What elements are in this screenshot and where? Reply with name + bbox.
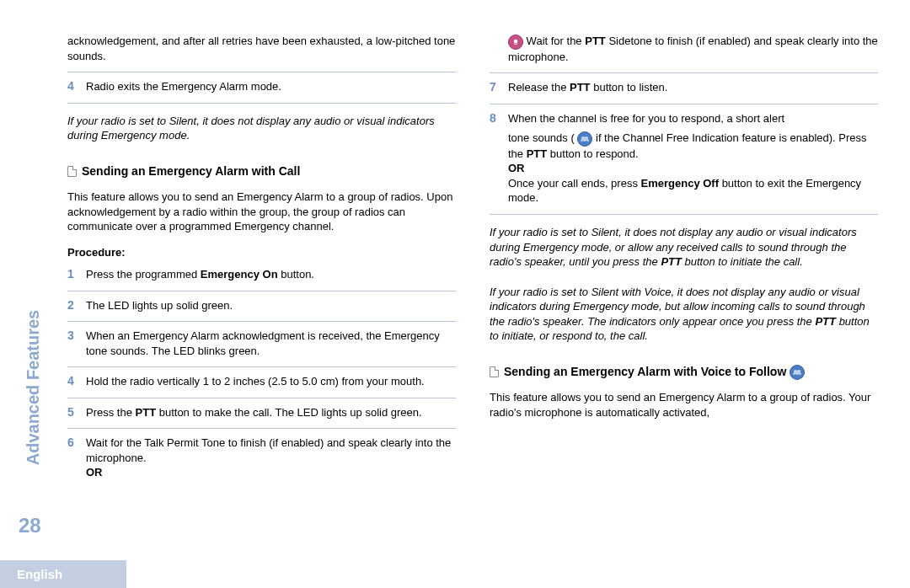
silent-note: If your radio is set to Silent, it does … xyxy=(67,109,456,148)
section-heading-voice-follow: Sending an Emergency Alarm with Voice to… xyxy=(490,354,878,384)
divider xyxy=(67,428,456,429)
section-title: Sending an Emergency Alarm with Voice to… xyxy=(504,365,790,378)
spacer xyxy=(490,34,501,64)
silent-note-2: If your radio is set to Silent with Voic… xyxy=(490,280,878,349)
procedure-step-8: 8 When the channel is free for you to re… xyxy=(490,110,878,209)
section-intro: This feature allows you to send an Emerg… xyxy=(67,188,456,236)
voice-follow-icon xyxy=(790,365,805,380)
step-number: 7 xyxy=(490,80,501,95)
step-text: Radio exits the Emergency Alarm mode. xyxy=(86,79,456,94)
icon-wait-line: Wait for the PTT Sidetone to finish (if … xyxy=(490,32,878,67)
document-icon xyxy=(67,166,77,177)
step-number: 2 xyxy=(67,298,79,313)
continued-text: acknowledgement, and after all retries h… xyxy=(67,34,456,63)
divider xyxy=(490,104,878,104)
divider xyxy=(490,214,878,215)
step-text: The LED lights up solid green. xyxy=(86,298,456,313)
divider xyxy=(67,366,456,367)
procedure-step-4: 4 Hold the radio vertically 1 to 2 inche… xyxy=(67,372,456,393)
step-number: 4 xyxy=(67,374,79,389)
tone-icon xyxy=(577,131,592,147)
procedure-step-7: 7 Release the PTT button to listen. xyxy=(490,78,878,99)
procedure-step-2: 2 The LED lights up solid green. xyxy=(67,297,456,317)
divider xyxy=(67,321,456,322)
procedure-step-5: 5 Press the PTT button to make the call.… xyxy=(67,404,456,424)
step-number: 8 xyxy=(490,111,501,206)
divider xyxy=(67,291,456,291)
step-text: When an Emergency Alarm acknowledgment i… xyxy=(86,329,456,358)
continued-step: acknowledgement, and after all retries h… xyxy=(67,32,456,67)
step-number: 5 xyxy=(67,405,79,420)
step-number: 3 xyxy=(67,329,79,358)
svg-point-0 xyxy=(514,39,517,42)
procedure-step-1: 1 Press the programmed Emergency On butt… xyxy=(67,265,456,286)
step-text: Press the PTT button to make the call. T… xyxy=(86,405,456,420)
step-number: 1 xyxy=(67,267,79,282)
side-section-title: Advanced Features xyxy=(24,278,43,497)
mic-icon xyxy=(508,35,523,50)
step-text: When the channel is free for you to resp… xyxy=(508,111,878,206)
language-bar: English xyxy=(0,560,126,588)
procedure-step-6: 6 Wait for the Talk Permit Tone to finis… xyxy=(67,434,456,484)
left-column: acknowledgement, and after all retries h… xyxy=(67,32,456,539)
step-number: 4 xyxy=(67,79,79,94)
right-column: Wait for the PTT Sidetone to finish (if … xyxy=(490,32,878,539)
step-4-exit: 4 Radio exits the Emergency Alarm mode. xyxy=(67,78,456,98)
step-text: Press the programmed Emergency On button… xyxy=(86,267,456,282)
procedure-step-3: 3 When an Emergency Alarm acknowledgment… xyxy=(67,327,456,361)
section-title: Sending an Emergency Alarm with Call xyxy=(82,163,300,180)
page-content: acknowledgement, and after all retries h… xyxy=(0,0,910,539)
divider xyxy=(490,72,878,73)
document-icon xyxy=(490,366,499,377)
step-text: Hold the radio vertically 1 to 2 inches … xyxy=(86,374,456,389)
step-text: Wait for the PTT Sidetone to finish (if … xyxy=(508,34,878,64)
page-number: 28 xyxy=(19,514,41,537)
procedure-label: Procedure: xyxy=(67,241,456,260)
divider xyxy=(67,72,456,72)
section-heading-alarm-call: Sending an Emergency Alarm with Call xyxy=(67,153,456,184)
step-text: Wait for the Talk Permit Tone to finish … xyxy=(86,436,456,480)
divider xyxy=(67,103,456,104)
divider xyxy=(67,398,456,398)
step-number: 6 xyxy=(67,436,79,480)
section2-intro: This feature allows you to send an Emerg… xyxy=(490,388,878,421)
step-text: Release the PTT button to listen. xyxy=(508,80,878,95)
silent-note-1: If your radio is set to Silent, it does … xyxy=(490,220,878,275)
